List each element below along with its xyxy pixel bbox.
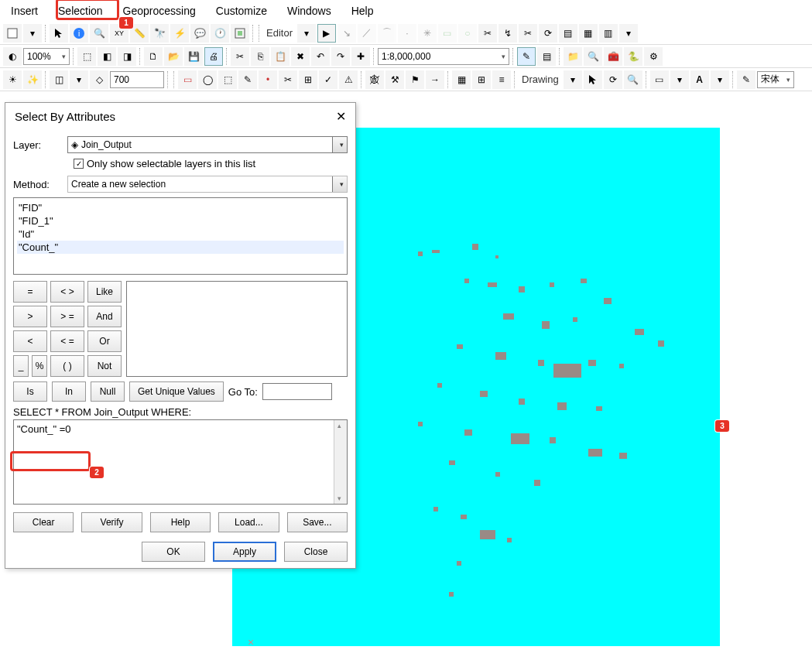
edit-vertex-icon[interactable]: ↘ [337,24,356,43]
values-list[interactable] [126,281,348,377]
field-item-fid[interactable]: "FID" [17,201,344,214]
toc-icon[interactable]: ▤ [537,47,556,66]
draw-zoom-icon[interactable]: 🔍 [624,70,642,89]
close-button[interactable]: Close [284,542,348,562]
hyperlink-icon[interactable]: ⚡ [170,24,189,43]
save-icon[interactable]: 💾 [184,47,203,66]
layer-combo[interactable]: ◈ Join_Output [67,136,348,153]
op-is[interactable]: Is [13,381,47,402]
menu-windows[interactable]: Windows [284,3,334,19]
arrow-cursor-icon[interactable] [50,24,68,43]
menu-customize[interactable]: Customize [213,3,270,19]
op-like[interactable]: Like [87,281,122,303]
open-folder-icon[interactable]: 📂 [164,47,183,66]
topology-rect-icon[interactable]: ▭ [178,70,197,89]
draw-edit-icon[interactable]: ✎ [737,70,755,89]
georef-icon[interactable]: ◫ [50,70,68,89]
modelbuilder-icon[interactable]: ⚙ [644,47,663,66]
draw-rotate-icon[interactable]: ⟳ [604,70,622,89]
edit-split-icon[interactable]: ✂ [478,24,497,43]
georef-dropdown-icon[interactable]: ▾ [70,70,88,89]
load-button[interactable]: Load... [218,512,279,532]
editor-toolbar-icon[interactable]: ✎ [517,47,536,66]
edit-point-icon[interactable]: · [398,24,416,43]
arctoolbox-icon[interactable]: 🧰 [604,47,622,66]
effects-icon[interactable]: ✨ [23,70,42,89]
field-item-count[interactable]: "Count_" [17,241,344,254]
drawing-dropdown-icon[interactable]: ▾ [564,70,582,89]
op-or[interactable]: Or [87,330,122,352]
drawing-label[interactable]: Drawing [519,74,562,85]
editor-label[interactable]: Editor [263,27,296,39]
op-not[interactable]: Not [87,355,122,377]
copy-icon[interactable]: ⎘ [251,47,269,66]
topology-lasso-icon[interactable]: ◯ [198,70,217,89]
close-icon[interactable]: ✕ [336,109,346,124]
field-item-id[interactable]: "Id" [17,228,344,241]
swipe-icon[interactable]: ⬚ [77,47,96,66]
goto-input[interactable] [262,383,332,400]
op-in[interactable]: In [52,381,86,402]
edit-circle-icon[interactable]: ○ [458,24,477,43]
method-combo[interactable]: Create a new selection [67,176,348,193]
editor-dropdown-icon[interactable]: ▾ [297,24,316,43]
topology-error-icon[interactable]: ⚠ [339,70,358,89]
flicker-icon[interactable]: ◧ [98,47,116,66]
search-icon[interactable]: 🔍 [90,24,108,43]
search-window-icon[interactable]: 🔍 [584,47,602,66]
attributes-icon[interactable]: ▤ [559,24,577,43]
op-neq[interactable]: < > [50,281,84,303]
field-list[interactable]: "FID" "FID_1" "Id" "Count_" [13,197,348,275]
layout-icon[interactable]: ▦ [452,70,471,89]
edit-arc-icon[interactable]: ⌒ [378,24,396,43]
op-gte[interactable]: > = [50,306,84,327]
cut-icon[interactable]: ✂ [231,47,249,66]
apply-button[interactable]: Apply [213,542,276,562]
edit-rect-icon[interactable]: ▭ [438,24,457,43]
contrast-icon[interactable]: ◐ [3,47,22,66]
op-lte[interactable]: < = [50,330,84,352]
paste-icon[interactable]: 📋 [271,47,290,66]
scrollbar[interactable] [334,420,347,504]
create-features-icon[interactable]: ▥ [599,24,618,43]
edit-arrow-icon[interactable]: ▶ [317,24,336,43]
topology-select-icon[interactable]: ⬚ [218,70,237,89]
draw-rect-icon[interactable]: ▭ [650,70,669,89]
op-and[interactable]: And [87,306,122,327]
sketch-props-icon[interactable]: ▦ [579,24,598,43]
topology-node-icon[interactable]: • [259,70,277,89]
op-parens[interactable]: ( ) [50,355,84,377]
only-selectable-checkbox[interactable]: ✓ [74,159,84,169]
undo-icon[interactable]: ↶ [311,47,330,66]
topology-split-icon[interactable]: ✂ [279,70,297,89]
draw-rect-dropdown-icon[interactable]: ▾ [670,70,689,89]
network-build-icon[interactable]: ⚒ [385,70,404,89]
num-input[interactable]: 700 [110,71,164,88]
brightness-icon[interactable]: ☀ [3,70,22,89]
op-percent[interactable]: % [32,355,47,377]
menu-insert[interactable]: Insert [8,3,41,19]
add-data-icon[interactable]: ✚ [351,47,370,66]
op-eq[interactable]: = [13,281,47,303]
op-lt[interactable]: < [13,330,47,352]
time-slider-icon[interactable]: 🕐 [211,24,229,43]
python-icon[interactable]: 🐍 [624,47,642,66]
topology-edit-icon[interactable]: ✎ [238,70,257,89]
help-button[interactable]: Help [150,512,211,532]
edit-line-icon[interactable]: ／ [358,24,376,43]
dropdown-icon[interactable]: ▾ [23,24,42,43]
draw-text-icon[interactable]: A [690,70,709,89]
edit-reshape-icon[interactable]: ↯ [499,24,517,43]
op-gt[interactable]: > [13,306,47,327]
topology-merge-icon[interactable]: ⊞ [299,70,317,89]
menu-geoprocessing[interactable]: Geoprocessing [120,3,199,19]
catalog-icon[interactable]: 📁 [564,47,582,66]
info-icon[interactable]: i [70,24,88,43]
binoculars-icon[interactable]: 🔭 [150,24,169,43]
zoom-combo[interactable]: 100% [23,48,70,65]
edit-rotate-icon[interactable]: ⟳ [539,24,557,43]
draw-text-dropdown-icon[interactable]: ▾ [711,70,729,89]
clear-button[interactable]: Clear [13,512,74,532]
layout-align-icon[interactable]: ≡ [492,70,511,89]
redo-icon[interactable]: ↷ [331,47,350,66]
